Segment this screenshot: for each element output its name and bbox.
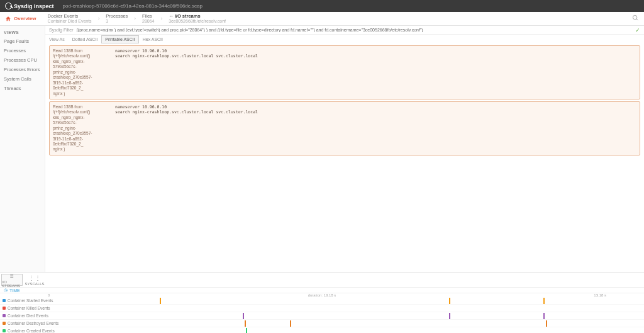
- tab-icon: ⋮⋮: [28, 274, 41, 281]
- app-titlebar: Sysdig Inspect pod-crashloop-57006e6d-e9…: [0, 0, 644, 12]
- time-label: TIME: [9, 288, 20, 293]
- lane-color-icon: [3, 322, 6, 325]
- viewas-tab[interactable]: Hex ASCII: [139, 35, 167, 43]
- viewas-tab[interactable]: Dotted ASCII: [69, 35, 101, 43]
- timeline-marker[interactable]: [449, 298, 450, 304]
- sidebar-item[interactable]: Processes CPU: [0, 55, 45, 65]
- svg-point-0: [633, 15, 636, 19]
- viewas-label: View As: [49, 37, 65, 42]
- timeline-lanes[interactable]: Container Started EventsContainer Killed…: [0, 297, 644, 333]
- breadcrumb-item[interactable]: Docker EventsContainer Died Events: [48, 14, 92, 24]
- lane-color-icon: [3, 307, 6, 310]
- timeline-marker[interactable]: [160, 298, 161, 304]
- file-path: pod-crashloop-57006e6d-e91a-42ea-881a-34…: [63, 3, 203, 9]
- io-block: Read 138B from/(+f)/etc/resolv.conf()k8s…: [49, 101, 640, 155]
- viewas-tab[interactable]: Printable ASCII: [101, 35, 138, 43]
- timeline-lane: Container Killed Events: [0, 305, 644, 312]
- timeline-lane: Container Created Events: [0, 327, 644, 333]
- sysdig-icon: [5, 3, 12, 9]
- breadcrumb-item[interactable]: Processes3: [106, 14, 128, 24]
- lane-name: Container Killed Events: [8, 306, 50, 310]
- main-panel: Sysdig Filter ((proc.name=nginx ) and (e…: [45, 26, 644, 272]
- breadcrumb-item[interactable]: ↔ I/O streams3ce0052668fb/etc/resolv.con…: [169, 14, 226, 24]
- footer-tab[interactable]: ⋮⋮SYSCALLS: [24, 274, 45, 286]
- io-block: Read 138B from/(+f)/etc/resolv.conf()k8s…: [49, 45, 640, 99]
- footer-tabs: ≡I/O STREAMS⋮⋮SYSCALLS: [0, 273, 644, 287]
- timeline-marker[interactable]: [543, 298, 545, 304]
- lane-name: Container Started Events: [8, 298, 53, 303]
- lane-color-icon: [3, 299, 6, 302]
- lane-name: Container Died Events: [8, 313, 48, 318]
- lane-color-icon: [3, 314, 6, 317]
- sidebar-item[interactable]: Processes: [0, 46, 45, 55]
- sidebar-item[interactable]: Processes Errors: [0, 65, 45, 74]
- filter-bar: Sysdig Filter ((proc.name=nginx ) and (e…: [45, 26, 644, 35]
- app-logo: Sysdig Inspect: [5, 3, 54, 9]
- breadcrumb-item[interactable]: Files28064: [142, 14, 154, 24]
- timeline-marker[interactable]: [243, 313, 244, 319]
- timeline-marker[interactable]: [246, 328, 247, 333]
- sidebar-item[interactable]: System Calls: [0, 74, 45, 84]
- block-header: Read 138B from/(+f)/etc/resolv.conf()k8s…: [50, 46, 111, 99]
- sub-header: Overview Docker EventsContainer Died Eve…: [0, 12, 644, 26]
- view-as-bar: View As Dotted ASCIIPrintable ASCIIHex A…: [45, 35, 644, 43]
- timeline-footer: ≡I/O STREAMS⋮⋮SYSCALLS ◷ TIME 0 duration…: [0, 272, 644, 333]
- filter-expression[interactable]: ((proc.name=nginx ) and (evt.type!=switc…: [77, 28, 631, 32]
- clock-icon: ◷: [4, 288, 8, 293]
- overview-label: Overview: [14, 16, 36, 21]
- io-content: Read 138B from/(+f)/etc/resolv.conf()k8s…: [45, 43, 644, 272]
- timeline-lane: Container Destroyed Events: [0, 320, 644, 327]
- footer-tab[interactable]: ≡I/O STREAMS: [1, 274, 23, 286]
- block-content: nameserver 10.96.0.10 search nginx-crash…: [111, 102, 640, 155]
- timeline-marker[interactable]: [290, 320, 291, 327]
- home-icon: [5, 16, 11, 22]
- lane-color-icon: [3, 329, 6, 332]
- app-name: Sysdig Inspect: [14, 3, 54, 9]
- sidebar-item[interactable]: Threads: [0, 84, 45, 93]
- timeline-lane: Container Died Events: [0, 312, 644, 320]
- time-header: ◷ TIME: [0, 287, 644, 293]
- overview-link[interactable]: Overview: [5, 16, 36, 22]
- search-icon[interactable]: [632, 14, 639, 23]
- chevron-right-icon: ›: [130, 16, 140, 21]
- breadcrumb: Docker EventsContainer Died Events›Proce…: [48, 14, 226, 24]
- timeline-marker[interactable]: [449, 313, 450, 319]
- sidebar: VIEWS Page FaultsProcessesProcesses CPUP…: [0, 26, 45, 272]
- filter-label: Sysdig Filter: [49, 28, 74, 32]
- block-content: nameserver 10.96.0.10 search nginx-crash…: [111, 46, 640, 99]
- timeline-marker[interactable]: [546, 320, 547, 327]
- timeline-marker[interactable]: [245, 320, 246, 327]
- sidebar-item[interactable]: Page Faults: [0, 37, 45, 46]
- check-icon: ✓: [635, 27, 640, 33]
- views-header: VIEWS: [0, 28, 45, 37]
- block-header: Read 138B from/(+f)/etc/resolv.conf()k8s…: [50, 102, 111, 155]
- chevron-right-icon: ›: [94, 16, 104, 21]
- svg-line-1: [636, 19, 638, 20]
- chevron-right-icon: ›: [157, 16, 166, 21]
- timeline-lane: Container Started Events: [0, 297, 644, 305]
- tab-icon: ≡: [10, 273, 14, 279]
- timeline-marker[interactable]: [543, 313, 545, 319]
